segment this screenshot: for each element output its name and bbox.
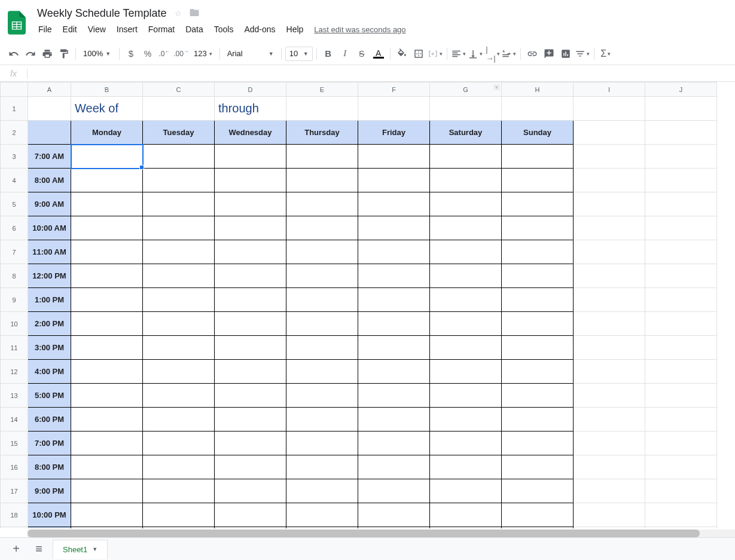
row-header-7[interactable]: 7 xyxy=(1,240,28,264)
cell-I18[interactable] xyxy=(574,503,645,527)
cell-H14[interactable] xyxy=(502,408,574,432)
cell-J17[interactable] xyxy=(645,479,717,503)
cell-C5[interactable] xyxy=(143,192,215,216)
time-cell-15[interactable]: 7:00 PM xyxy=(28,432,71,455)
redo-button[interactable] xyxy=(23,46,38,62)
cell-F16[interactable] xyxy=(358,455,430,479)
cell-H6[interactable] xyxy=(502,216,574,240)
cell-D14[interactable] xyxy=(215,408,286,432)
time-cell-5[interactable]: 9:00 AM xyxy=(28,192,71,216)
cell-H11[interactable] xyxy=(502,336,574,360)
vertical-align-button[interactable]: ▾ xyxy=(468,46,483,62)
day-header-wednesday[interactable]: Wednesday xyxy=(215,121,286,145)
cell-E6[interactable] xyxy=(286,216,358,240)
insert-link-button[interactable] xyxy=(524,46,540,62)
cell-J9[interactable] xyxy=(645,288,717,312)
cell-D6[interactable] xyxy=(215,216,286,240)
time-cell-4[interactable]: 8:00 AM xyxy=(28,169,71,192)
cell-G12[interactable] xyxy=(430,360,502,384)
row-header-14[interactable]: 14 xyxy=(1,408,28,432)
cell-H9[interactable] xyxy=(502,288,574,312)
cell-B17[interactable] xyxy=(71,479,143,503)
row-header-3[interactable]: 3 xyxy=(1,145,28,169)
day-header-sunday[interactable]: Sunday xyxy=(502,121,574,145)
cell-G16[interactable] xyxy=(430,455,502,479)
time-cell-6[interactable]: 10:00 AM xyxy=(28,216,71,240)
cell-H16[interactable] xyxy=(502,455,574,479)
cell-I8[interactable] xyxy=(574,264,645,288)
cell-C18[interactable] xyxy=(143,503,215,527)
cell-D11[interactable] xyxy=(215,336,286,360)
paint-format-button[interactable] xyxy=(56,46,72,62)
menu-format[interactable]: Format xyxy=(144,22,179,36)
text-color-button[interactable]: A xyxy=(371,46,386,62)
cell-E19[interactable] xyxy=(286,527,358,529)
cell-J13[interactable] xyxy=(645,384,717,408)
cell-J7[interactable] xyxy=(645,240,717,264)
cell-E5[interactable] xyxy=(286,192,358,216)
cell-B18[interactable] xyxy=(71,503,143,527)
cell-J12[interactable] xyxy=(645,360,717,384)
day-header-saturday[interactable]: Saturday xyxy=(430,121,502,145)
row-header-5[interactable]: 5 xyxy=(1,192,28,216)
cell-E3[interactable] xyxy=(286,145,358,169)
cell-G1[interactable] xyxy=(430,97,502,121)
cell-I16[interactable] xyxy=(574,455,645,479)
cell-C14[interactable] xyxy=(143,408,215,432)
row-header-8[interactable]: 8 xyxy=(1,264,28,288)
cell-I3[interactable] xyxy=(574,145,645,169)
cell-G18[interactable] xyxy=(430,503,502,527)
cell-C17[interactable] xyxy=(143,479,215,503)
cell-H5[interactable] xyxy=(502,192,574,216)
cell-J8[interactable] xyxy=(645,264,717,288)
cell-B9[interactable] xyxy=(71,288,143,312)
menu-tools[interactable]: Tools xyxy=(209,22,239,36)
cell-G8[interactable] xyxy=(430,264,502,288)
cell-J18[interactable] xyxy=(645,503,717,527)
cell-I4[interactable] xyxy=(574,169,645,192)
row-header-18[interactable]: 18 xyxy=(1,503,28,527)
cell-J5[interactable] xyxy=(645,192,717,216)
cell-J1[interactable] xyxy=(645,97,717,121)
time-cell-10[interactable]: 2:00 PM xyxy=(28,312,71,336)
cell-E18[interactable] xyxy=(286,503,358,527)
cell-J6[interactable] xyxy=(645,216,717,240)
cell-E11[interactable] xyxy=(286,336,358,360)
undo-button[interactable] xyxy=(6,46,22,62)
cell-C9[interactable] xyxy=(143,288,215,312)
fill-color-button[interactable] xyxy=(394,46,410,62)
cell-J15[interactable] xyxy=(645,432,717,455)
cell-D16[interactable] xyxy=(215,455,286,479)
time-cell-8[interactable]: 12:00 PM xyxy=(28,264,71,288)
borders-button[interactable] xyxy=(411,46,426,62)
horizontal-align-button[interactable]: ▾ xyxy=(451,46,466,62)
cell-H8[interactable] xyxy=(502,264,574,288)
cell-B15[interactable] xyxy=(71,432,143,455)
cell-H4[interactable] xyxy=(502,169,574,192)
cell-H15[interactable] xyxy=(502,432,574,455)
row-header-11[interactable]: 11 xyxy=(1,336,28,360)
cell-D12[interactable] xyxy=(215,360,286,384)
cell-F7[interactable] xyxy=(358,240,430,264)
row-header-16[interactable]: 16 xyxy=(1,455,28,479)
row-header-9[interactable]: 9 xyxy=(1,288,28,312)
cell-G19[interactable] xyxy=(430,527,502,529)
cell-G9[interactable] xyxy=(430,288,502,312)
cell-B11[interactable] xyxy=(71,336,143,360)
cell-G4[interactable] xyxy=(430,169,502,192)
cell-E14[interactable] xyxy=(286,408,358,432)
cell-E15[interactable] xyxy=(286,432,358,455)
star-icon[interactable]: ☆ xyxy=(172,7,184,20)
bold-button[interactable]: B xyxy=(321,46,336,62)
cell-E1[interactable] xyxy=(286,97,358,121)
cell-H1[interactable] xyxy=(502,97,574,121)
col-header-A[interactable]: A xyxy=(28,82,71,97)
merge-cells-button[interactable]: ▾ xyxy=(428,46,443,62)
col-header-D[interactable]: D xyxy=(215,82,286,97)
cell-B13[interactable] xyxy=(71,384,143,408)
cell-J3[interactable] xyxy=(645,145,717,169)
move-folder-icon[interactable] xyxy=(187,5,202,22)
cell-I17[interactable] xyxy=(574,479,645,503)
zoom-dropdown[interactable]: 100%▼ xyxy=(80,47,115,61)
cell-D5[interactable] xyxy=(215,192,286,216)
